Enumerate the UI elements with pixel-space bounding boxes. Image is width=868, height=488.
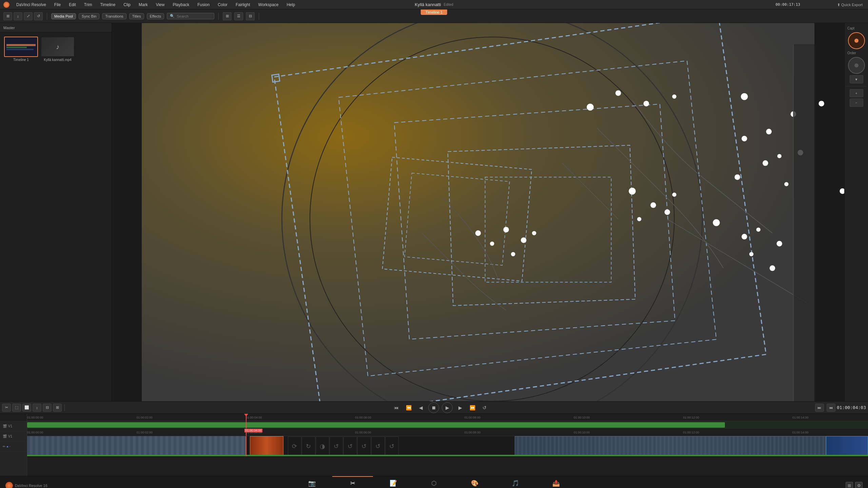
- sync-bin-tab[interactable]: Sync Bin: [79, 13, 99, 19]
- right-small-btn-2[interactable]: +: [850, 89, 863, 97]
- toolbar-btn-1[interactable]: ⊞: [3, 12, 12, 20]
- right-small-btn-1[interactable]: ▼: [850, 75, 863, 83]
- tool-dot-icon[interactable]: ·: [9, 445, 11, 448]
- blue-clip[interactable]: [826, 436, 868, 456]
- nav-item-deliver[interactable]: 📤 Deliver: [536, 476, 576, 488]
- effect-icon-5[interactable]: ↺: [343, 436, 357, 456]
- transport-play[interactable]: ▶: [442, 402, 453, 413]
- right-control-2[interactable]: [848, 57, 865, 74]
- media-item-timeline[interactable]: Timeline 1: [4, 37, 38, 62]
- video-clip-2[interactable]: [515, 436, 826, 456]
- menu-file[interactable]: File: [53, 2, 62, 8]
- bottom-home-btn[interactable]: ⊞: [846, 482, 853, 488]
- menu-color[interactable]: Color: [216, 2, 229, 8]
- menu-mark[interactable]: Mark: [137, 2, 149, 8]
- quick-export-button[interactable]: ⬆ Quick Export: [837, 2, 863, 7]
- view-list-btn[interactable]: ☰: [234, 12, 243, 20]
- svg-point-50: [532, 231, 536, 235]
- transitions-tab[interactable]: Transitions: [102, 13, 126, 19]
- menu-fusion[interactable]: Fusion: [196, 2, 211, 8]
- track-2-name: V1: [8, 434, 12, 438]
- effect-icon-6[interactable]: ↺: [357, 436, 371, 456]
- transport-stop[interactable]: ⏹: [428, 402, 439, 413]
- media-item-video[interactable]: ♪ Kyllä kannatti.mp4: [41, 37, 75, 62]
- svg-point-16: [741, 93, 748, 100]
- tl-btn-2[interactable]: ⬚: [12, 404, 21, 412]
- effect-clips-row: ⟳ ↻ ◑ ↺ ↺ ↺ ↺ ↺: [288, 436, 399, 456]
- effects-tab[interactable]: Effects: [147, 13, 164, 19]
- ruler-mark-6: 01:00:12:00: [683, 416, 699, 419]
- menu-timeline[interactable]: Timeline: [99, 2, 117, 8]
- menu-fairlight[interactable]: Fairlight: [234, 2, 252, 8]
- nav-item-media[interactable]: 📷 Media: [292, 476, 332, 488]
- view-detail-btn[interactable]: ⊟: [246, 12, 255, 20]
- nav-item-cut[interactable]: ✂ Cut: [332, 476, 373, 488]
- tl-btn-1[interactable]: ✂: [2, 404, 11, 412]
- transport-skip-back[interactable]: ⏮: [392, 403, 401, 412]
- effect-icon-1[interactable]: ⟳: [288, 436, 301, 456]
- timeline-ruler: 01:00:00:00 01:00:02:00 01:00:04:00 01:0…: [27, 414, 868, 421]
- toolbar-btn-2[interactable]: ↕: [14, 12, 22, 20]
- toolbar-btn-3[interactable]: ⤢: [24, 12, 33, 20]
- svg-rect-3: [6, 49, 34, 50]
- nav-item-fairlight[interactable]: 🎵 Fairlight: [495, 476, 536, 488]
- transport-timecode: 01:00:04:03: [837, 405, 866, 410]
- toolbar-btn-4[interactable]: ↺: [34, 12, 43, 20]
- video-clip-1[interactable]: [27, 436, 246, 456]
- svg-point-40: [629, 188, 636, 195]
- transport-next[interactable]: ⏩: [468, 403, 477, 412]
- tl-btn-6[interactable]: ⊞: [53, 404, 62, 412]
- toolbar: ⊞ ↕ ⤢ ↺ Media Pool Sync Bin Transitions …: [0, 9, 868, 23]
- effect-icon-7[interactable]: ↺: [371, 436, 385, 456]
- ruler2-mark-3: 01:00:06:00: [355, 431, 371, 434]
- ruler2-mark-4: 01:00:08:00: [465, 431, 481, 434]
- view-grid-btn[interactable]: ⊞: [223, 12, 232, 20]
- effect-icon-4[interactable]: ↺: [330, 436, 343, 456]
- right-control-1[interactable]: [848, 32, 865, 49]
- video-thumb-label: Kyllä kannatti.mp4: [44, 58, 72, 62]
- tool-circle-icon[interactable]: ●: [6, 445, 8, 448]
- effect-icon-3[interactable]: ◑: [316, 436, 329, 456]
- menu-davinci[interactable]: DaVinci Resolve: [15, 2, 47, 8]
- nav-item-fusion[interactable]: ⬡ Fusion: [414, 476, 454, 488]
- menu-playback[interactable]: Playback: [171, 2, 191, 8]
- transport-prev-frame[interactable]: ◀: [416, 403, 426, 412]
- timeline-top-toolbar: ✂ ⬚ ⬜ ↕ ⊟ ⊞ ⏮ ⏪ ◀ ⏹ ▶ ▶ ⏩ ↺ ⏭ ⏮ 01:00:04…: [0, 402, 868, 414]
- titles-tab[interactable]: Titles: [129, 13, 144, 19]
- effect-clip-orange[interactable]: [250, 436, 283, 456]
- menu-workspace[interactable]: Workspace: [257, 2, 280, 8]
- svg-point-54: [672, 95, 676, 99]
- right-divider: [846, 86, 867, 86]
- media-pool-tab[interactable]: Media Pool: [51, 13, 76, 19]
- svg-rect-55: [793, 44, 814, 401]
- effect-icon-8[interactable]: ↺: [385, 436, 399, 456]
- overview-track: [27, 421, 868, 429]
- transport-prev[interactable]: ⏪: [404, 403, 413, 412]
- bottom-settings-btn[interactable]: ⚙: [855, 482, 863, 488]
- bottom-bar: DaVinci Resolve 16 📷 Media ✂ Cut 📝 Edit …: [0, 476, 868, 488]
- toolbar-sep-1: [47, 13, 47, 20]
- menu-edit[interactable]: Edit: [67, 2, 77, 8]
- menu-clip[interactable]: Clip: [122, 2, 132, 8]
- tl-btn-3[interactable]: ⬜: [22, 404, 31, 412]
- menu-view[interactable]: View: [155, 2, 166, 8]
- content-area: Master Timel: [0, 23, 868, 401]
- ruler-mark-5: 01:00:10:00: [574, 416, 590, 419]
- effect-icon-2[interactable]: ↻: [302, 436, 315, 456]
- menu-help[interactable]: Help: [285, 2, 296, 8]
- tl-btn-4[interactable]: ↕: [33, 404, 41, 412]
- nav-item-color[interactable]: 🎨 Color: [454, 476, 495, 488]
- preview-area: [112, 23, 844, 401]
- tl-mark-in[interactable]: ⏭: [815, 404, 824, 412]
- nav-item-edit[interactable]: 📝 Edit: [373, 476, 414, 488]
- video-track-1: ⟳ ↻ ◑ ↺ ↺ ↺ ↺ ↺: [27, 436, 868, 456]
- tool-pencil-icon[interactable]: ✏: [3, 445, 5, 448]
- ruler-mark-0: 01:00:00:00: [27, 416, 43, 419]
- search-input[interactable]: [177, 14, 211, 18]
- tl-btn-5[interactable]: ⊟: [43, 404, 52, 412]
- transport-loop[interactable]: ↺: [480, 403, 489, 412]
- transport-next-frame[interactable]: ▶: [455, 403, 465, 412]
- right-small-btn-3[interactable]: −: [850, 99, 863, 107]
- tl-mark-out[interactable]: ⏮: [827, 404, 835, 412]
- menu-trim[interactable]: Trim: [83, 2, 94, 8]
